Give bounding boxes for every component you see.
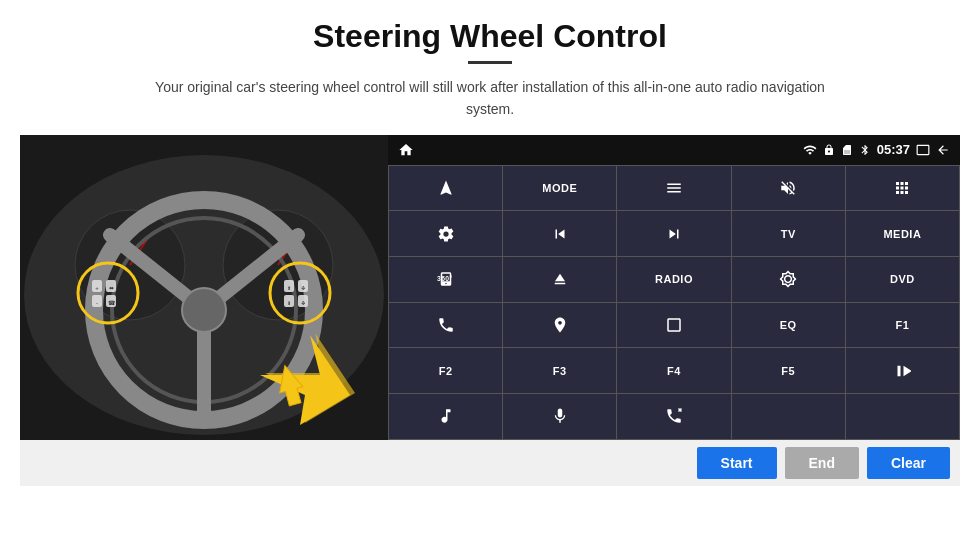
page-subtitle: Your original car's steering wheel contr… [150, 76, 830, 121]
music-button[interactable] [389, 394, 502, 439]
title-divider [468, 61, 512, 64]
nav-button[interactable] [389, 166, 502, 211]
brightness-button[interactable] [732, 257, 845, 302]
wifi-icon [803, 143, 817, 157]
mute-button[interactable] [732, 166, 845, 211]
f2-button[interactable]: F2 [389, 348, 502, 393]
eject-button[interactable] [503, 257, 616, 302]
menu-button[interactable] [617, 166, 730, 211]
svg-text:+: + [95, 285, 99, 291]
svg-text:☎: ☎ [108, 300, 116, 306]
apps-button[interactable] [846, 166, 959, 211]
rectangle-button[interactable] [617, 303, 730, 348]
svg-text:⬆: ⬆ [287, 285, 291, 291]
dvd-button[interactable]: DVD [846, 257, 959, 302]
svg-point-11 [182, 288, 226, 332]
cam360-button[interactable]: 360° [389, 257, 502, 302]
playpause-button[interactable] [846, 348, 959, 393]
screen-mirror-icon [916, 143, 930, 157]
status-left [398, 142, 414, 158]
end-button[interactable]: End [785, 447, 859, 479]
f1-button[interactable]: F1 [846, 303, 959, 348]
status-time: 05:37 [877, 142, 910, 157]
eq-button[interactable]: EQ [732, 303, 845, 348]
mic-button[interactable] [503, 394, 616, 439]
status-bar: 05:37 [388, 135, 960, 165]
radio-button[interactable]: RADIO [617, 257, 730, 302]
content-row: + ⬌ - ☎ ⬆ ❖ ⬇ ❖ [20, 135, 960, 440]
steering-wheel-image: + ⬌ - ☎ ⬆ ❖ ⬇ ❖ [20, 135, 388, 440]
svg-text:⬇: ⬇ [287, 300, 291, 306]
svg-text:⬌: ⬌ [109, 285, 114, 291]
svg-text:-: - [96, 300, 98, 306]
empty2-button[interactable] [846, 394, 959, 439]
sim-icon [841, 144, 853, 156]
page-title: Steering Wheel Control [313, 18, 667, 55]
forward-button[interactable] [617, 211, 730, 256]
status-right: 05:37 [803, 142, 950, 157]
f4-button[interactable]: F4 [617, 348, 730, 393]
back-icon [936, 143, 950, 157]
call-button[interactable] [617, 394, 730, 439]
start-button[interactable]: Start [697, 447, 777, 479]
f3-button[interactable]: F3 [503, 348, 616, 393]
clear-button[interactable]: Clear [867, 447, 950, 479]
bottom-bar: Start End Clear [20, 440, 960, 486]
empty1-button[interactable] [732, 394, 845, 439]
phone-button[interactable] [389, 303, 502, 348]
settings-button[interactable] [389, 211, 502, 256]
rewind-button[interactable] [503, 211, 616, 256]
compass-button[interactable] [503, 303, 616, 348]
lock-icon [823, 144, 835, 156]
f5-button[interactable]: F5 [732, 348, 845, 393]
control-grid: MODE TV [388, 165, 960, 440]
media-button[interactable]: MEDIA [846, 211, 959, 256]
tv-button[interactable]: TV [732, 211, 845, 256]
android-panel: 05:37 MODE [388, 135, 960, 440]
mode-button[interactable]: MODE [503, 166, 616, 211]
bluetooth-icon [859, 144, 871, 156]
home-icon [398, 142, 414, 158]
